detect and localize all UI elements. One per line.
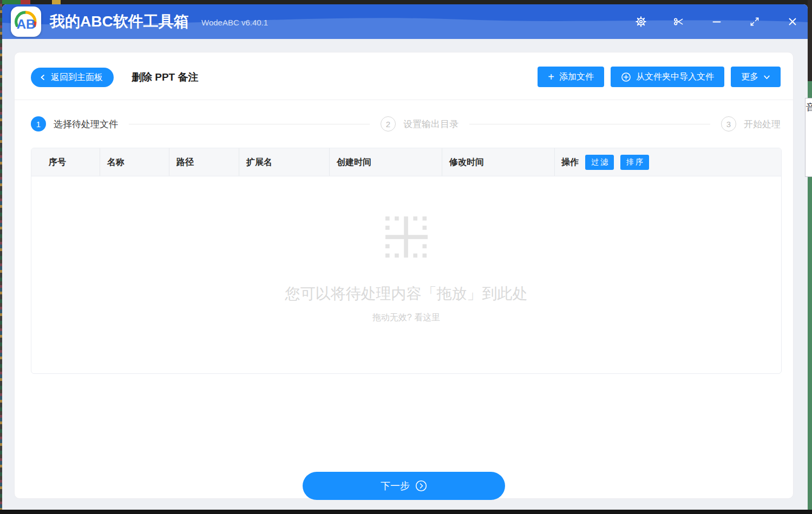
step-1-circle: 1 <box>31 116 46 131</box>
desktop-wallpaper-strip-top <box>0 0 812 4</box>
column-header-index: 序号 <box>31 148 100 176</box>
minimize-icon[interactable] <box>711 16 722 27</box>
side-flyout-panel[interactable]: 音 <box>805 98 812 177</box>
next-step-button[interactable]: 下一步 <box>303 472 505 500</box>
back-button-label: 返回到主面板 <box>51 72 103 83</box>
column-header-name: 名称 <box>100 148 169 176</box>
dropzone-hint: 拖动无效? 看这里 <box>372 312 440 324</box>
titlebar: AB 我的ABC软件工具箱 WodeABC v6.40.1 <box>2 4 808 39</box>
add-files-label: 添加文件 <box>559 71 594 83</box>
back-to-dashboard-button[interactable]: 返回到主面板 <box>31 68 114 87</box>
dropzone-hint-link[interactable]: 看这里 <box>414 313 440 322</box>
file-table: 序号 名称 路径 扩展名 创建时间 修改时间 操作 过滤 排序 <box>31 148 782 374</box>
drop-target-plus-icon <box>385 216 428 259</box>
app-title: 我的ABC软件工具箱 <box>50 11 189 32</box>
filter-button[interactable]: 过滤 <box>585 155 614 170</box>
dropzone-hint-question: 拖动无效? <box>372 313 412 322</box>
svg-text:AB: AB <box>17 17 36 31</box>
resize-maximize-icon[interactable] <box>749 16 760 27</box>
chevron-down-icon <box>763 74 770 81</box>
settings-gear-icon[interactable] <box>636 16 646 27</box>
app-window: AB 我的ABC软件工具箱 WodeABC v6.40.1 <box>2 4 808 510</box>
desktop-wallpaper-strip-right <box>808 0 812 514</box>
step-3-label: 开始处理 <box>744 118 781 130</box>
step-indicator: 1 选择待处理文件 2 设置输出目录 3 开始处理 <box>31 100 781 148</box>
column-header-modified: 修改时间 <box>442 148 555 176</box>
step-2-circle: 2 <box>381 116 396 131</box>
column-header-created: 创建时间 <box>330 148 442 176</box>
close-icon[interactable] <box>787 16 798 27</box>
step-2-label: 设置输出目录 <box>403 118 459 130</box>
column-header-extension: 扩展名 <box>239 148 330 176</box>
circle-plus-icon <box>621 72 631 82</box>
page-title: 删除 PPT 备注 <box>132 68 199 87</box>
step-connector-line <box>129 124 370 124</box>
drag-drop-area[interactable]: 您可以将待处理内容「拖放」到此处 拖动无效? 看这里 <box>31 176 781 374</box>
add-files-button[interactable]: + 添加文件 <box>538 67 604 87</box>
column-header-operation: 操作 过滤 排序 <box>555 148 781 176</box>
dropzone-main-text: 您可以将待处理内容「拖放」到此处 <box>285 284 528 304</box>
desktop-wallpaper-strip-bottom <box>0 510 812 514</box>
next-step-label: 下一步 <box>381 479 410 492</box>
import-from-folder-label: 从文件夹中导入文件 <box>636 71 714 83</box>
file-table-header: 序号 名称 路径 扩展名 创建时间 修改时间 操作 过滤 排序 <box>31 148 781 176</box>
plus-icon: + <box>548 71 554 82</box>
more-label: 更多 <box>741 71 758 83</box>
app-version: WodeABC v6.40.1 <box>201 18 268 27</box>
main-card: 返回到主面板 删除 PPT 备注 + 添加文件 从文件夹中导入文件 更多 <box>14 52 794 499</box>
step-3-circle: 3 <box>721 116 736 131</box>
chevron-left-icon <box>40 74 46 81</box>
circle-chevron-right-icon <box>415 480 427 492</box>
operation-label: 操作 <box>561 148 579 176</box>
import-from-folder-button[interactable]: 从文件夹中导入文件 <box>611 67 724 87</box>
column-header-path: 路径 <box>169 148 239 176</box>
sort-button[interactable]: 排序 <box>620 155 649 170</box>
step-connector-line <box>469 124 710 124</box>
side-flyout-partial-text: 音 <box>806 101 812 114</box>
more-button[interactable]: 更多 <box>731 67 781 87</box>
app-logo-icon: AB <box>11 6 41 37</box>
step-1-label: 选择待处理文件 <box>54 118 118 130</box>
scissors-cut-icon[interactable] <box>673 16 684 27</box>
